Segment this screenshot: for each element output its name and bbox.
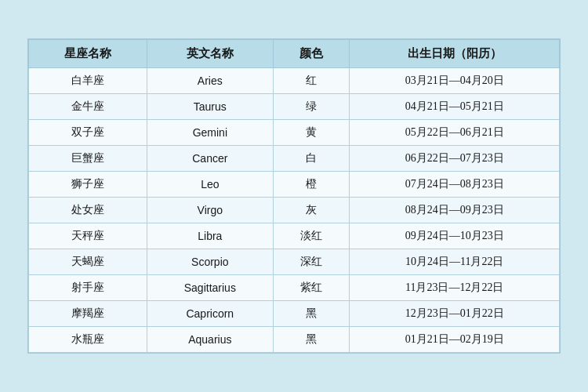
- cell-chinese: 双子座: [29, 120, 147, 146]
- col-header-dates: 出生日期（阳历）: [350, 40, 560, 68]
- table-body: 白羊座Aries红03月21日—04月20日金牛座Taurus绿04月21日—0…: [29, 68, 560, 353]
- cell-english: Taurus: [147, 94, 273, 120]
- col-header-color: 颜色: [274, 40, 350, 68]
- cell-chinese: 狮子座: [29, 172, 147, 198]
- cell-dates: 03月21日—04月20日: [350, 68, 560, 94]
- cell-dates: 01月21日—02月19日: [350, 327, 560, 353]
- cell-dates: 08月24日—09月23日: [350, 198, 560, 223]
- cell-chinese: 处女座: [29, 198, 147, 223]
- table-row: 白羊座Aries红03月21日—04月20日: [29, 68, 560, 94]
- cell-english: Leo: [147, 172, 273, 198]
- cell-dates: 06月22日—07月23日: [350, 146, 560, 172]
- cell-color: 灰: [274, 198, 350, 223]
- cell-english: Virgo: [147, 198, 273, 223]
- cell-chinese: 水瓶座: [29, 327, 147, 353]
- cell-color: 红: [274, 68, 350, 94]
- cell-dates: 05月22日—06月21日: [350, 120, 560, 146]
- cell-chinese: 天秤座: [29, 223, 147, 249]
- zodiac-table: 星座名称 英文名称 颜色 出生日期（阳历） 白羊座Aries红03月21日—04…: [28, 39, 560, 353]
- cell-color: 深红: [274, 249, 350, 275]
- cell-chinese: 白羊座: [29, 68, 147, 94]
- table-row: 水瓶座Aquarius黑01月21日—02月19日: [29, 327, 560, 353]
- cell-dates: 11月23日—12月22日: [350, 275, 560, 301]
- cell-english: Scorpio: [147, 249, 273, 275]
- cell-english: Sagittarius: [147, 275, 273, 301]
- cell-dates: 12月23日—01月22日: [350, 301, 560, 327]
- table-row: 天蝎座Scorpio深红10月24日—11月22日: [29, 249, 560, 275]
- cell-chinese: 射手座: [29, 275, 147, 301]
- table-header-row: 星座名称 英文名称 颜色 出生日期（阳历）: [29, 40, 560, 68]
- zodiac-table-container: 星座名称 英文名称 颜色 出生日期（阳历） 白羊座Aries红03月21日—04…: [27, 38, 561, 354]
- cell-english: Cancer: [147, 146, 273, 172]
- table-row: 处女座Virgo灰08月24日—09月23日: [29, 198, 560, 223]
- table-row: 巨蟹座Cancer白06月22日—07月23日: [29, 146, 560, 172]
- cell-color: 黑: [274, 327, 350, 353]
- cell-chinese: 天蝎座: [29, 249, 147, 275]
- cell-english: Capricorn: [147, 301, 273, 327]
- cell-dates: 09月24日—10月23日: [350, 223, 560, 249]
- cell-dates: 04月21日—05月21日: [350, 94, 560, 120]
- table-row: 狮子座Leo橙07月24日—08月23日: [29, 172, 560, 198]
- cell-english: Aries: [147, 68, 273, 94]
- cell-color: 淡红: [274, 223, 350, 249]
- cell-chinese: 巨蟹座: [29, 146, 147, 172]
- table-row: 天秤座Libra淡红09月24日—10月23日: [29, 223, 560, 249]
- cell-dates: 07月24日—08月23日: [350, 172, 560, 198]
- cell-chinese: 金牛座: [29, 94, 147, 120]
- cell-english: Libra: [147, 223, 273, 249]
- col-header-english: 英文名称: [147, 40, 273, 68]
- cell-color: 白: [274, 146, 350, 172]
- table-row: 金牛座Taurus绿04月21日—05月21日: [29, 94, 560, 120]
- cell-english: Gemini: [147, 120, 273, 146]
- cell-color: 紫红: [274, 275, 350, 301]
- cell-dates: 10月24日—11月22日: [350, 249, 560, 275]
- cell-chinese: 摩羯座: [29, 301, 147, 327]
- cell-english: Aquarius: [147, 327, 273, 353]
- cell-color: 绿: [274, 94, 350, 120]
- cell-color: 橙: [274, 172, 350, 198]
- cell-color: 黄: [274, 120, 350, 146]
- table-row: 双子座Gemini黄05月22日—06月21日: [29, 120, 560, 146]
- cell-color: 黑: [274, 301, 350, 327]
- col-header-chinese: 星座名称: [29, 40, 147, 68]
- table-row: 摩羯座Capricorn黑12月23日—01月22日: [29, 301, 560, 327]
- table-row: 射手座Sagittarius紫红11月23日—12月22日: [29, 275, 560, 301]
